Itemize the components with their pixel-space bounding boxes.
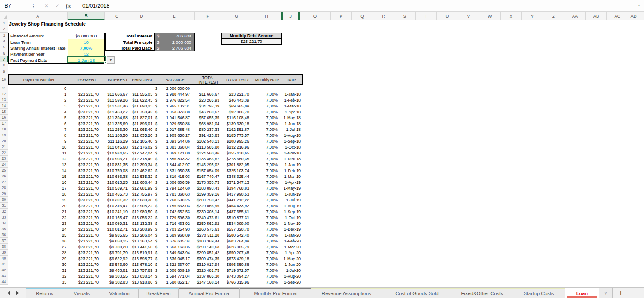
cell-payment-number[interactable]: 21	[8, 209, 68, 214]
cell-monthly-rate[interactable]: 7,00%	[252, 156, 281, 162]
column-header-AA[interactable]: AA	[564, 12, 586, 20]
cell-balance[interactable]: $1 941 546,87	[154, 115, 195, 121]
amortization-header-cell[interactable]: TOTAL PAID	[222, 75, 253, 84]
column-header-AD[interactable]: AD	[628, 12, 639, 20]
row-header-33[interactable]: 33	[0, 214, 8, 220]
tab-loan[interactable]: Loan	[565, 288, 599, 298]
row-header-37[interactable]: 37	[0, 238, 8, 244]
cell-payment[interactable]: $23 221,70	[68, 238, 105, 244]
cell-date[interactable]: 1-Jan-20	[281, 232, 302, 238]
cell-balance[interactable]: $1 768 538,25	[154, 197, 195, 203]
cell-total-interest[interactable]: $46 260,67	[195, 109, 221, 115]
cell-payment[interactable]: $23 221,70	[68, 138, 105, 144]
cell-interest[interactable]: $10 831,35	[105, 162, 129, 168]
row-header-43[interactable]: 43	[0, 273, 8, 279]
cell-date[interactable]: 1-Jul-18	[281, 126, 302, 132]
cell-interest[interactable]: $10 539,71	[105, 185, 129, 191]
cell-monthly-rate[interactable]: 7,00%	[252, 203, 281, 209]
cell-total-interest[interactable]: $34 797,39	[195, 103, 221, 109]
cell-monthly-rate[interactable]: 7,00%	[252, 232, 281, 238]
cell-total-paid[interactable]: $441 212,22	[221, 197, 252, 203]
row-header-9[interactable]: 9	[0, 68, 8, 74]
cell-monthly-rate[interactable]	[252, 85, 281, 91]
cell-payment[interactable]: $23 221,70	[68, 91, 105, 97]
cell-principal[interactable]: $13 838,14	[129, 273, 154, 279]
cell-balance[interactable]: $1 716 463,92	[154, 220, 195, 226]
cell-interest[interactable]: $10 241,19	[105, 209, 129, 214]
cell-monthly-rate[interactable]: 7,00%	[252, 238, 281, 244]
cell-payment[interactable]: $23 221,70	[68, 214, 105, 220]
cell-total-paid[interactable]: $301 882,05	[221, 162, 252, 168]
cell-payment-number[interactable]: 14	[8, 168, 68, 173]
cell-total-paid[interactable]: $487 655,61	[221, 209, 252, 214]
cell-balance[interactable]: $1 806 806,59	[154, 179, 195, 185]
cell-total-interest[interactable]: $113 585,80	[195, 144, 221, 150]
cell-principal[interactable]: $12 755,97	[129, 191, 154, 197]
cell-interest[interactable]: $11 531,46	[105, 103, 129, 109]
row-header-28[interactable]: 28	[0, 185, 8, 191]
amortization-header-cell[interactable]: INTEREST	[105, 75, 130, 84]
formula-bar-expand-icon[interactable]: ▼	[634, 4, 644, 8]
cell-balance[interactable]: $1 755 633,03	[154, 203, 195, 209]
cell-payment-number[interactable]: 5	[8, 115, 68, 121]
cell-payment[interactable]: $23 221,70	[68, 220, 105, 226]
cell-total-paid[interactable]: $580 542,40	[221, 232, 252, 238]
cell-payment-number[interactable]: 33	[8, 279, 68, 285]
cell-payment-number[interactable]: 24	[8, 226, 68, 232]
cell-total-interest[interactable]: $124 560,46	[195, 150, 221, 156]
cell-interest[interactable]: $10 012,71	[105, 226, 129, 232]
cell-payment-number[interactable]: 18	[8, 191, 68, 197]
cell-payment[interactable]	[68, 85, 105, 91]
parameter-value-cell[interactable]: 1-Jan-18	[68, 57, 104, 63]
cell-interest[interactable]: $11 463,27	[105, 109, 129, 115]
column-header-O[interactable]: O	[300, 12, 331, 20]
cell-total-interest[interactable]: $220 066,95	[195, 203, 221, 209]
tab-cost-of-goods-sold[interactable]: Cost of Goods Sold	[382, 288, 452, 298]
cell-payment[interactable]: $23 221,70	[68, 203, 105, 209]
column-header-AC[interactable]: AC	[607, 12, 628, 20]
cell-monthly-rate[interactable]: 7,00%	[252, 109, 281, 115]
cell-monthly-rate[interactable]: 7,00%	[252, 191, 281, 197]
cell-principal[interactable]: $13 208,99	[129, 226, 154, 232]
cell-principal[interactable]: $11 827,01	[129, 115, 154, 121]
enter-icon[interactable]: ✓	[52, 1, 63, 11]
cell-total-paid[interactable]: $185 773,57	[221, 132, 252, 138]
cell-total-interest[interactable]: $290 149,63	[195, 244, 221, 250]
cell-total-interest[interactable]: $309 474,35	[195, 256, 221, 261]
cell-payment-number[interactable]: 3	[8, 103, 68, 109]
cell-total-paid[interactable]: $464 433,92	[221, 203, 252, 209]
row-header-22[interactable]: 22	[0, 150, 8, 156]
cell-payment[interactable]: $23 221,70	[68, 144, 105, 150]
cell-balance[interactable]: $1 594 771,04	[154, 273, 195, 279]
row-header-7[interactable]: 7	[0, 56, 8, 62]
cell-total-paid[interactable]: $394 768,83	[221, 185, 252, 191]
cell-payment[interactable]: $23 221,70	[68, 115, 105, 121]
column-header-P[interactable]: P	[331, 12, 352, 20]
cell-total-paid[interactable]: $743 094,27	[221, 273, 252, 279]
cell-date[interactable]: 1-Oct-19	[281, 214, 302, 220]
column-header-Z[interactable]: Z	[543, 12, 564, 20]
cell-date[interactable]: 1-Jan-19	[281, 162, 302, 168]
cell-date[interactable]: 1-Jul-19	[281, 197, 302, 203]
row-header-44[interactable]: 44	[0, 279, 8, 285]
cell-monthly-rate[interactable]: 7,00%	[252, 144, 281, 150]
cell-total-interest[interactable]: $188 893,43	[195, 185, 221, 191]
row-header-41[interactable]: 41	[0, 261, 8, 267]
row-header-38[interactable]: 38	[0, 244, 8, 250]
cell-principal[interactable]: $12 247,04	[129, 150, 154, 156]
cell-interest[interactable]: $10 165,47	[105, 214, 129, 220]
cell-payment[interactable]: $23 221,70	[68, 121, 105, 126]
tab-annual-pro-forma[interactable]: Annual Pro-Forma	[179, 288, 240, 298]
amortization-header-cell[interactable]: PRINCIPAL	[130, 75, 155, 84]
cell-monthly-rate[interactable]: 7,00%	[252, 273, 281, 279]
cell-balance[interactable]: $1 831 950,35	[154, 168, 195, 173]
cell-date[interactable]: 1-May-18	[281, 115, 302, 121]
cell-payment[interactable]: $23 221,70	[68, 179, 105, 185]
cell-total-paid[interactable]: $325 103,74	[221, 168, 252, 173]
cell-payment-number[interactable]: 9	[8, 138, 68, 144]
cell-interest[interactable]: $9 935,65	[105, 232, 129, 238]
add-sheet-button[interactable]: +	[613, 288, 629, 298]
cell-total-paid[interactable]: $232 216,96	[221, 144, 252, 150]
tab-scroll-left-icon[interactable]	[7, 291, 10, 295]
cell-interest[interactable]: $11 666,67	[105, 91, 129, 97]
